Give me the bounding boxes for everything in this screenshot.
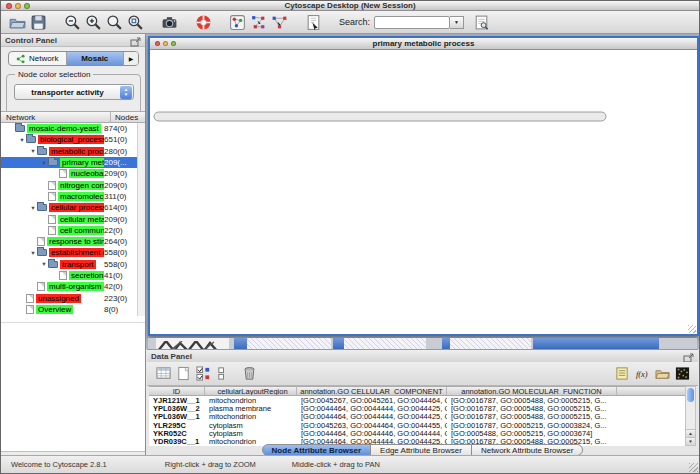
- matrix-button[interactable]: [672, 364, 692, 384]
- select-all-attributes-button[interactable]: [153, 364, 173, 384]
- table-scrollbar[interactable]: ▲ ▼: [685, 386, 696, 446]
- tree-row[interactable]: Overview8(0): [1, 304, 137, 315]
- tab-overflow-button[interactable]: ▶: [124, 52, 138, 65]
- background-window[interactable]: [156, 338, 229, 349]
- cytoscape-window: Cytoscape Desktop (New Session) Search: …: [0, 0, 700, 474]
- background-window[interactable]: [344, 338, 426, 349]
- scrollbar-thumb[interactable]: [687, 388, 694, 402]
- network-window-titlebar[interactable]: primary metabolic process: [150, 38, 697, 50]
- advanced-search-button[interactable]: [471, 12, 492, 33]
- app-resize-grip[interactable]: [689, 463, 698, 472]
- table-column-header[interactable]: ID: [149, 387, 205, 395]
- zoom-fit-button[interactable]: [125, 12, 146, 33]
- attribute-table[interactable]: YJR121W__1mitochondrion[GO:0045267, GO:0…: [149, 396, 685, 446]
- background-window[interactable]: [247, 338, 331, 349]
- apply-layout-alt-button[interactable]: [269, 12, 290, 33]
- expand-arrow-icon[interactable]: ▼: [29, 250, 37, 256]
- tree-row[interactable]: nitrogen compo209(0): [1, 179, 137, 190]
- zoom-window-button[interactable]: [171, 41, 176, 46]
- groupbox-legend: Node color selection: [15, 70, 93, 79]
- apply-layout-button[interactable]: [248, 12, 269, 33]
- tree-row[interactable]: cell communicat22(0): [1, 225, 137, 236]
- tree-row[interactable]: ▼cellular process614(0): [1, 202, 137, 213]
- tree-row[interactable]: ▼primary metabo209(...: [1, 157, 137, 168]
- scroll-up-button[interactable]: ▲: [686, 429, 695, 437]
- tree-label: nucleobase-c: [69, 169, 104, 178]
- unselect-attributes-button[interactable]: [213, 364, 233, 384]
- tree-row[interactable]: ▼transport558(0): [1, 259, 137, 270]
- table-column-header[interactable]: _cellularLayoutRegion: [205, 387, 297, 395]
- close-button[interactable]: [6, 3, 12, 9]
- tree-row[interactable]: ▼establishment of lo558(0): [1, 247, 137, 258]
- save-button[interactable]: [28, 12, 49, 33]
- expand-arrow-icon[interactable]: ▼: [29, 205, 37, 211]
- help-lifering-icon: [195, 14, 212, 31]
- search-dropdown-button[interactable]: ▼: [450, 16, 464, 29]
- annotation-button[interactable]: [303, 12, 324, 33]
- birdseye-panel[interactable]: [1, 323, 145, 451]
- expand-arrow-icon[interactable]: ▼: [29, 148, 37, 154]
- help-button[interactable]: [193, 12, 214, 33]
- background-window[interactable]: [450, 338, 531, 349]
- tree-row[interactable]: mosaic-demo-yeast874(0): [1, 123, 137, 134]
- tree-row[interactable]: ▼metabolic process280(0): [1, 146, 137, 157]
- window-resize-grip[interactable]: [688, 325, 696, 333]
- open-button[interactable]: [7, 12, 28, 33]
- tab-label: Network Attribute Browser: [481, 446, 573, 455]
- expand-arrow-icon[interactable]: ▼: [18, 137, 26, 143]
- expand-arrow-icon[interactable]: ▼: [40, 160, 48, 166]
- tree-row[interactable]: macromolecule311(0): [1, 191, 137, 202]
- tree-row[interactable]: ▼biological_process651(0): [1, 134, 137, 145]
- background-window-titlebar[interactable]: [442, 338, 450, 349]
- network-view-window: primary metabolic process: [148, 36, 699, 336]
- tree-row[interactable]: multi-organism pro42(0): [1, 281, 137, 292]
- file-icon: [59, 169, 67, 178]
- new-attribute-button[interactable]: [173, 364, 193, 384]
- close-button[interactable]: [155, 41, 160, 46]
- minimize-button[interactable]: [163, 41, 168, 46]
- tree-row[interactable]: unassigned223(0): [1, 292, 137, 303]
- snapshot-button[interactable]: [159, 12, 180, 33]
- table-column-header[interactable]: [617, 387, 687, 395]
- node-color-select[interactable]: transporter activity ▲▼: [14, 84, 134, 100]
- table-column-header[interactable]: annotation.GO MOLECULAR_FUNCTION: [447, 387, 617, 395]
- label-button[interactable]: [612, 364, 632, 384]
- tree-row[interactable]: response to stimulu264(0): [1, 236, 137, 247]
- import-attributes-button[interactable]: [652, 364, 672, 384]
- tab-network[interactable]: Network: [9, 52, 67, 65]
- network-canvas[interactable]: [150, 50, 697, 334]
- region-plasma-membrane[interactable]: [154, 112, 606, 121]
- expand-arrow-icon[interactable]: ▼: [40, 261, 48, 267]
- zoom-out-button[interactable]: [62, 12, 83, 33]
- background-window-titlebar[interactable]: [533, 338, 659, 349]
- tree-scrollbar[interactable]: [137, 123, 145, 316]
- function-builder-button[interactable]: f(x): [632, 364, 652, 384]
- node-color-select-value: transporter activity: [15, 88, 120, 97]
- tree-row[interactable]: cellular metabo209(0): [1, 213, 137, 224]
- delete-attribute-button[interactable]: [239, 364, 259, 384]
- tab-mosaic[interactable]: Mosaic: [67, 52, 125, 65]
- tree-label: nitrogen compo: [58, 181, 104, 190]
- app-titlebar[interactable]: Cytoscape Desktop (New Session): [1, 1, 699, 11]
- attribute-table-header[interactable]: ID_cellularLayoutRegionannotation.GO CEL…: [149, 386, 685, 396]
- select-attributes-button[interactable]: [193, 364, 213, 384]
- vizmapper-button[interactable]: [227, 12, 248, 33]
- zoom-in-button[interactable]: [83, 12, 104, 33]
- float-panel-button[interactable]: [130, 35, 141, 45]
- table-column-header[interactable]: annotation.GO CELLULAR_COMPONENT: [297, 387, 447, 395]
- zoom-window-button[interactable]: [24, 3, 30, 9]
- tree-label: mosaic-demo-yeast: [27, 124, 101, 133]
- tree-column-header[interactable]: Network Nodes: [1, 111, 145, 123]
- tree-row[interactable]: secretion41(0): [1, 270, 137, 281]
- search-input[interactable]: [374, 16, 450, 29]
- tree-row[interactable]: nucleobase-c209(0): [1, 168, 137, 179]
- tree-col-nodes: Nodes: [110, 112, 138, 122]
- background-window-titlebar[interactable]: [333, 338, 344, 349]
- minimize-button[interactable]: [15, 3, 21, 9]
- tree-node-count: 22(0): [104, 226, 137, 235]
- background-window-titlebar[interactable]: [234, 338, 247, 349]
- network-graph[interactable]: [150, 50, 697, 334]
- tree-label: cell communicat: [58, 226, 104, 235]
- zoom-selected-button[interactable]: [104, 12, 125, 33]
- float-panel-button[interactable]: [683, 351, 694, 361]
